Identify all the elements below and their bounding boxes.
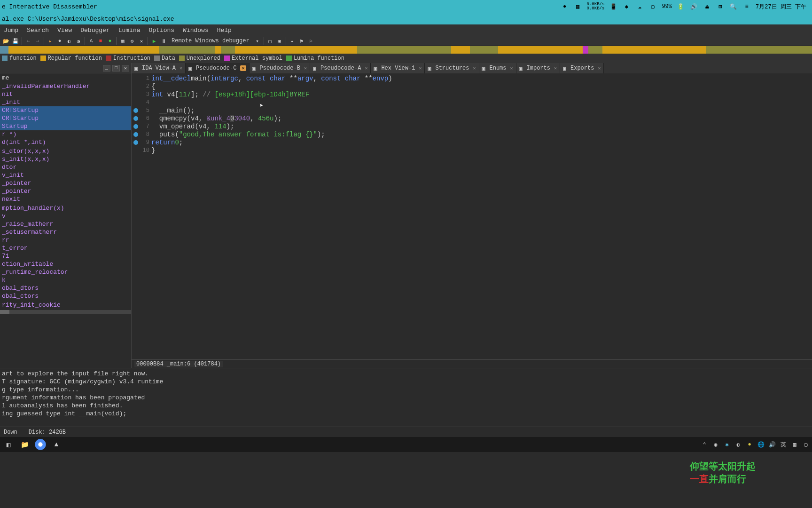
menu-view[interactable]: View: [57, 27, 72, 34]
nav-map[interactable]: [0, 46, 812, 54]
dropdown-icon[interactable]: ▾: [253, 37, 262, 45]
list-column-header[interactable]: me: [0, 73, 131, 82]
dbg4-icon[interactable]: ⚑: [297, 37, 306, 45]
phone-icon[interactable]: 📱: [609, 2, 617, 11]
panel-btn-restore[interactable]: □: [112, 65, 120, 71]
tab-ida-view-a[interactable]: ▣IDA View-A✕: [132, 63, 186, 73]
function-item[interactable]: r *): [0, 130, 131, 138]
cloud-icon[interactable]: ☁: [635, 2, 644, 11]
function-item[interactable]: nit: [0, 90, 131, 98]
function-item[interactable]: v: [0, 212, 131, 220]
menu-lumina[interactable]: Lumina: [118, 27, 141, 34]
menu-icon[interactable]: ≡: [742, 2, 751, 11]
function-item[interactable]: _invalidParameterHandler: [0, 82, 131, 90]
chevron-up-icon[interactable]: ⌃: [700, 440, 709, 449]
tray-vol-icon[interactable]: 🔊: [768, 440, 776, 449]
function-item[interactable]: Startup: [0, 122, 131, 130]
tray-notif-icon[interactable]: ▢: [802, 440, 810, 449]
menu-jump[interactable]: Jump: [4, 27, 18, 34]
menu-search[interactable]: Search: [27, 27, 49, 34]
close-icon[interactable]: ✕: [365, 65, 367, 71]
green-icon[interactable]: ●: [106, 37, 114, 45]
screen-icon[interactable]: ▢: [648, 2, 657, 11]
play-icon[interactable]: ▶: [150, 37, 158, 45]
text-icon[interactable]: A: [87, 37, 95, 45]
function-item[interactable]: d(int *,int): [0, 138, 131, 146]
start-icon[interactable]: ◧: [2, 438, 15, 451]
function-item[interactable]: CRTStartup: [0, 106, 131, 114]
breakpoint-icon[interactable]: [133, 116, 138, 121]
tab-exports[interactable]: ▣Exports✕: [560, 63, 604, 73]
tab-pseudocode-a[interactable]: ▣Pseudocode-A✕: [310, 63, 371, 73]
code-line[interactable]: int __cdecl main(int argc, const char **…: [151, 74, 812, 82]
eject-icon[interactable]: ⏏: [703, 2, 711, 11]
tool2-icon[interactable]: ◐: [65, 37, 73, 45]
function-item[interactable]: mption_handler(x): [0, 204, 131, 212]
menu-debugger[interactable]: Debugger: [80, 27, 109, 34]
code-content[interactable]: ➤ int __cdecl main(int argc, const char …: [151, 73, 812, 359]
tray-ime-label[interactable]: 英: [779, 440, 788, 449]
refresh-icon[interactable]: ■: [96, 37, 105, 45]
open-icon[interactable]: 📂: [2, 37, 10, 45]
code-line[interactable]: }: [151, 146, 812, 154]
tray-obs-icon[interactable]: ◉: [711, 440, 720, 449]
tray-shield-icon[interactable]: ●: [745, 440, 754, 449]
code-line[interactable]: int v4[117]; // [esp+18h] [ebp-1D4h] BYR…: [151, 90, 812, 98]
function-item[interactable]: CRTStartup: [0, 114, 131, 122]
tool3-icon[interactable]: ◑: [74, 37, 83, 45]
tool6-icon[interactable]: ✕: [137, 37, 146, 45]
bluetooth-icon[interactable]: ✱: [622, 2, 631, 11]
save-icon[interactable]: 💾: [11, 37, 20, 45]
tray-keyboard-icon[interactable]: ▦: [790, 440, 799, 449]
battery-icon[interactable]: 🔋: [677, 2, 685, 11]
flag-icon[interactable]: ▸: [46, 37, 55, 45]
breakpoint-icon[interactable]: [133, 124, 138, 129]
function-item[interactable]: _raise_matherr: [0, 220, 131, 228]
code-line[interactable]: [151, 98, 812, 106]
record-icon[interactable]: ●: [561, 2, 569, 11]
close-icon[interactable]: ✕: [510, 65, 513, 71]
menu-windows[interactable]: Windows: [183, 27, 209, 34]
close-icon[interactable]: ✕: [419, 65, 422, 71]
function-item[interactable]: s_dtor(x,x,x): [0, 147, 131, 155]
tray-net-icon[interactable]: 🌐: [757, 440, 765, 449]
forward-icon[interactable]: →: [33, 37, 42, 45]
code-line[interactable]: {: [151, 82, 812, 90]
breakpoint-icon[interactable]: [133, 108, 138, 113]
breakpoint-icon[interactable]: [133, 140, 138, 145]
code-editor[interactable]: 12345678910 ➤ int __cdecl main(int argc,…: [132, 73, 812, 359]
tool4-icon[interactable]: ▦: [118, 37, 127, 45]
disk-icon[interactable]: ▦: [574, 2, 582, 11]
ida-icon[interactable]: ▲: [50, 438, 63, 451]
code-line[interactable]: return 0;: [151, 138, 812, 146]
function-item[interactable]: _pointer: [0, 179, 131, 187]
dbg1-icon[interactable]: ▢: [266, 37, 274, 45]
menu-help[interactable]: Help: [217, 27, 232, 34]
scrollbar[interactable]: [0, 310, 131, 314]
tab-structures[interactable]: ▣Structures✕: [425, 63, 479, 73]
function-item[interactable]: dtor: [0, 163, 131, 171]
explorer-icon[interactable]: 📁: [18, 438, 31, 451]
output-panel[interactable]: art to explore the input file right now.…: [0, 368, 812, 427]
tool5-icon[interactable]: ⚙: [128, 37, 136, 45]
breakpoint-icon[interactable]: [133, 132, 138, 137]
close-icon[interactable]: ✕: [554, 65, 557, 71]
function-item[interactable]: rity_init_cookie: [0, 301, 131, 309]
function-item[interactable]: t_error: [0, 244, 131, 252]
code-line[interactable]: qmemcpy(v4, &unk_403040, 456u);: [151, 114, 812, 122]
function-item[interactable]: _pointer: [0, 187, 131, 195]
function-item[interactable]: _setusermatherr: [0, 228, 131, 236]
tray-disk-icon[interactable]: ◐: [734, 440, 742, 449]
panel-btn-minimize[interactable]: _: [103, 65, 110, 71]
pause-icon[interactable]: ⏸: [159, 37, 168, 45]
debugger-select[interactable]: Remote Windows debugger: [169, 38, 252, 44]
tab-pseudocode-b[interactable]: ▣Pseudocode-B✕: [250, 63, 310, 73]
function-item[interactable]: k: [0, 276, 131, 284]
close-icon[interactable]: ✕: [240, 65, 246, 71]
function-item[interactable]: s_init(x,x,x): [0, 155, 131, 163]
dbg2-icon[interactable]: ▣: [275, 37, 284, 45]
function-item[interactable]: rr: [0, 236, 131, 244]
dbg3-icon[interactable]: ✦: [288, 37, 297, 45]
dbg5-icon[interactable]: ⚐: [307, 37, 315, 45]
tray-star-icon[interactable]: ✱: [723, 440, 731, 449]
